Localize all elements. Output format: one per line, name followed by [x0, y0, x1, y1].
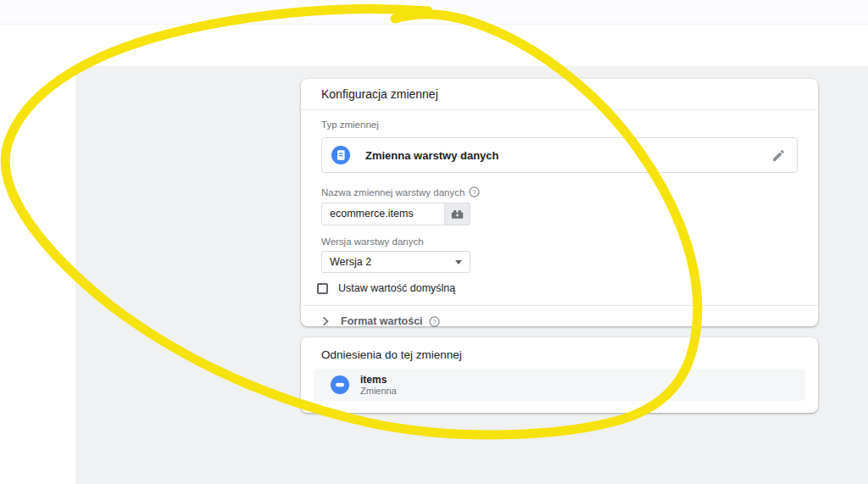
reference-item-type: Zmienna: [360, 386, 397, 397]
format-value-label: Format wartości: [341, 315, 423, 327]
data-layer-version-label: Wersja warstwy danych: [321, 236, 818, 247]
data-layer-name-input[interactable]: ecommerce.items: [321, 203, 470, 225]
references-card-header: Odniesienia do tej zmiennej: [301, 337, 818, 361]
reference-list-item[interactable]: items Zmienna: [314, 369, 805, 401]
editor-titlebar: ecommerce.items: [0, 25, 868, 66]
reference-item-text: items Zmienna: [360, 374, 397, 397]
chevron-right-icon: [322, 316, 329, 326]
reference-item-name: items: [360, 374, 397, 386]
data-layer-name-value: ecommerce.items: [322, 203, 444, 225]
variable-type-box[interactable]: Zmienna warstwy danych: [321, 137, 798, 173]
data-layer-version-value: Wersja 2: [322, 256, 455, 268]
format-value-expander[interactable]: Format wartości ?: [301, 306, 818, 327]
help-icon[interactable]: ?: [469, 186, 480, 197]
default-value-row: Ustaw wartość domyślną: [317, 282, 818, 294]
default-value-label: Ustaw wartość domyślną: [338, 282, 455, 294]
data-layer-variable-icon: [331, 146, 350, 164]
data-layer-version-select[interactable]: Wersja 2: [321, 251, 470, 273]
chevron-down-icon: [455, 260, 462, 264]
data-layer-name-label: Nazwa zmiennej warstwy danych ?: [321, 186, 818, 197]
workspace-background: Konfiguracja zmiennej Typ zmiennej Zmien…: [75, 66, 868, 484]
variable-type-value: Zmienna warstwy danych: [365, 149, 499, 162]
variable-type-label: Typ zmiennej: [321, 120, 818, 130]
edit-pencil-icon[interactable]: [771, 148, 786, 163]
variable-icon: [331, 376, 349, 394]
variable-configuration-card: Konfiguracja zmiennej Typ zmiennej Zmien…: [301, 79, 818, 326]
svg-text:?: ?: [473, 188, 477, 196]
variable-references-card: Odniesienia do tej zmiennej items Zmienn…: [301, 337, 818, 413]
default-value-checkbox[interactable]: [317, 283, 328, 294]
variable-picker-brick-icon[interactable]: [444, 203, 470, 225]
config-card-header: Konfiguracja zmiennej: [301, 79, 818, 110]
svg-text:?: ?: [432, 318, 437, 325]
help-icon[interactable]: ?: [429, 316, 440, 327]
background-top-strip: [0, 0, 868, 25]
data-layer-name-label-text: Nazwa zmiennej warstwy danych: [321, 187, 465, 197]
